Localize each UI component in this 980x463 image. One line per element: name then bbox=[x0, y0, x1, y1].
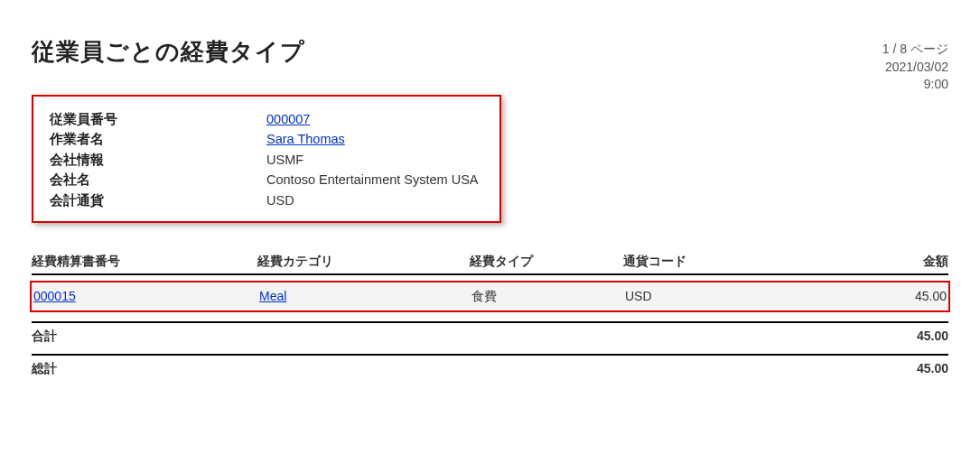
th-category: 経費カテゴリ bbox=[257, 254, 470, 270]
cell-type: 食費 bbox=[471, 289, 625, 305]
page-meta: 1 / 8 ページ 2021/03/02 9:00 bbox=[882, 41, 948, 94]
worker-name-link[interactable]: Sara Thomas bbox=[266, 132, 345, 146]
table-header: 経費精算書番号 経費カテゴリ 経費タイプ 通貨コード 金額 bbox=[32, 254, 948, 275]
th-currency: 通貨コード bbox=[623, 254, 777, 270]
category-link[interactable]: Meal bbox=[259, 289, 286, 303]
value-company-info: USMF bbox=[266, 150, 483, 170]
report-no-link[interactable]: 000015 bbox=[33, 289, 76, 303]
info-row-accounting-currency: 会計通貨 USD bbox=[50, 190, 483, 210]
th-amount: 金額 bbox=[777, 254, 948, 270]
grand-label: 総計 bbox=[32, 361, 257, 377]
info-row-company-info: 会社情報 USMF bbox=[50, 150, 483, 170]
report-time: 9:00 bbox=[882, 76, 948, 94]
employee-info-box: 従業員番号 000007 作業者名 Sara Thomas 会社情報 USMF … bbox=[32, 95, 501, 223]
employee-no-link[interactable]: 000007 bbox=[266, 112, 310, 126]
th-report-no: 経費精算書番号 bbox=[32, 254, 257, 270]
value-company-name: Contoso Entertainment System USA bbox=[266, 170, 483, 190]
page-indicator: 1 / 8 ページ bbox=[882, 41, 948, 59]
info-row-worker-name: 作業者名 Sara Thomas bbox=[50, 129, 483, 149]
value-accounting-currency: USD bbox=[266, 190, 483, 210]
label-employee-no: 従業員番号 bbox=[50, 109, 266, 129]
subtotal-row: 合計 45.00 bbox=[32, 321, 948, 345]
label-company-name: 会社名 bbox=[50, 170, 266, 190]
subtotal-label: 合計 bbox=[32, 329, 257, 345]
th-type: 経費タイプ bbox=[470, 254, 623, 270]
label-worker-name: 作業者名 bbox=[50, 129, 266, 149]
report-date: 2021/03/02 bbox=[882, 59, 948, 77]
label-company-info: 会社情報 bbox=[50, 150, 266, 170]
cell-amount: 45.00 bbox=[779, 289, 947, 305]
report-title: 従業員ごとの経費タイプ bbox=[32, 36, 948, 68]
expense-table: 経費精算書番号 経費カテゴリ 経費タイプ 通貨コード 金額 000015 Mea… bbox=[32, 254, 948, 377]
subtotal-value: 45.00 bbox=[257, 329, 948, 345]
grand-value: 45.00 bbox=[257, 361, 948, 377]
info-row-employee-no: 従業員番号 000007 bbox=[50, 109, 483, 129]
report-header: 従業員ごとの経費タイプ 1 / 8 ページ 2021/03/02 9:00 bbox=[32, 36, 948, 68]
cell-currency: USD bbox=[625, 289, 779, 305]
label-accounting-currency: 会計通貨 bbox=[50, 190, 266, 210]
table-row: 000015 Meal 食費 USD 45.00 bbox=[30, 281, 950, 312]
info-row-company-name: 会社名 Contoso Entertainment System USA bbox=[50, 170, 483, 190]
grand-total-row: 総計 45.00 bbox=[32, 354, 948, 377]
